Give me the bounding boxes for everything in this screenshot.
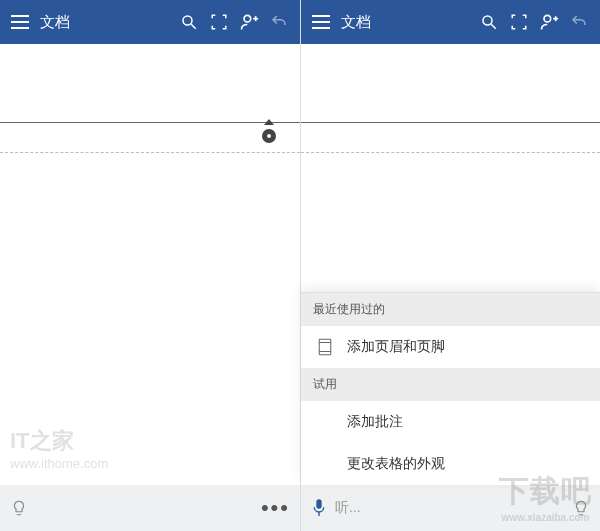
panel-item-label: 添加页眉和页脚: [347, 338, 445, 356]
text-cursor-handle[interactable]: [262, 129, 276, 143]
svg-line-1: [191, 24, 196, 29]
svg-point-7: [544, 15, 551, 22]
watermark-right: 下载吧 www.xiazaiba.com: [499, 471, 592, 523]
scan-icon[interactable]: [504, 0, 534, 44]
svg-rect-13: [316, 499, 321, 508]
panel-section-recent: 最近使用过的: [301, 293, 600, 326]
page-break-indicator: [0, 152, 300, 153]
tellme-suggestions-panel: 最近使用过的 添加页眉和页脚 试用 添加批注 更改表格的外观: [301, 292, 600, 485]
panel-item-label: 更改表格的外观: [347, 455, 445, 473]
app-title: 文档: [341, 13, 371, 32]
tellme-icon[interactable]: [10, 499, 28, 517]
undo-icon: [564, 0, 594, 44]
svg-line-6: [491, 24, 496, 29]
svg-rect-10: [319, 339, 331, 354]
svg-point-2: [244, 15, 251, 22]
share-icon[interactable]: [534, 0, 564, 44]
panel-item-label: 添加批注: [347, 413, 403, 431]
menu-icon[interactable]: [307, 15, 335, 29]
watermark-left: IT之家 www.ithome.com: [10, 426, 108, 471]
more-icon[interactable]: •••: [261, 495, 290, 521]
pane-left: 文档 IT之家 www.ithome.com: [0, 0, 300, 531]
section-divider: [0, 122, 300, 123]
search-icon[interactable]: [474, 0, 504, 44]
page-icon: [315, 338, 335, 356]
svg-point-5: [483, 16, 492, 25]
undo-icon: [264, 0, 294, 44]
panel-item-header-footer[interactable]: 添加页眉和页脚: [301, 326, 600, 368]
share-icon[interactable]: [234, 0, 264, 44]
page-break-indicator: [301, 152, 600, 153]
section-divider: [301, 122, 600, 123]
app-header: 文档: [0, 0, 300, 44]
panel-item-add-comment[interactable]: 添加批注: [301, 401, 600, 443]
command-bar: •••: [0, 485, 300, 531]
app-title: 文档: [40, 13, 70, 32]
search-icon[interactable]: [174, 0, 204, 44]
svg-point-0: [183, 16, 192, 25]
scan-icon[interactable]: [204, 0, 234, 44]
pane-right: 文档 最近使用过的 添加页眉和: [300, 0, 600, 531]
panel-section-try: 试用: [301, 368, 600, 401]
app-header: 文档: [301, 0, 600, 44]
document-canvas[interactable]: [0, 44, 300, 485]
mic-icon[interactable]: [311, 498, 327, 518]
menu-icon[interactable]: [6, 15, 34, 29]
